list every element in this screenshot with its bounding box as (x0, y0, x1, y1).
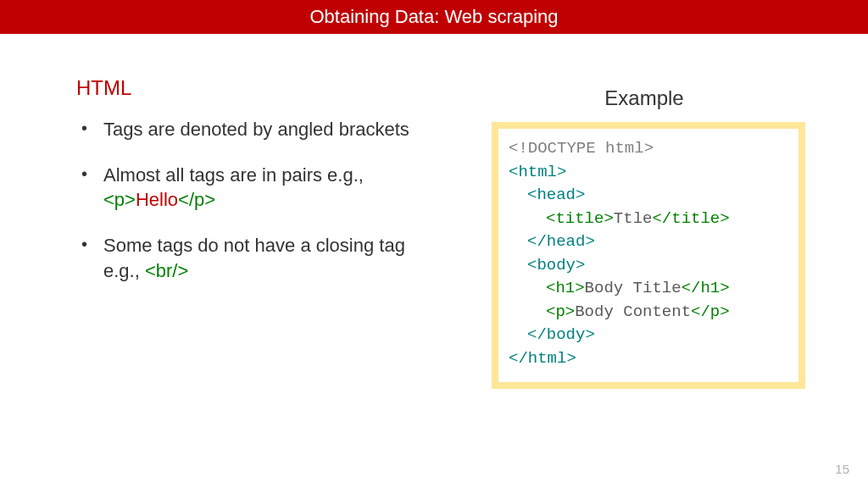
code-p-line: <p>Body Content</p> (509, 301, 730, 324)
code-body-close: </body> (509, 324, 595, 347)
code-doctype: <!DOCTYPE html> (509, 139, 654, 158)
code-h1-close: </h1> (682, 279, 730, 297)
bullet-text: Tags are denoted by angled brackets (103, 119, 409, 140)
code-line: </body> (509, 324, 788, 347)
bullet-item-1: Tags are denoted by angled brackets (76, 117, 415, 142)
right-column: Example <!DOCTYPE html> <html> <head> <t… (441, 76, 848, 389)
code-head-close: </head> (509, 230, 595, 254)
code-h1-open: <h1> (546, 279, 585, 297)
code-line: <h1>Body Title</h1> (509, 277, 788, 301)
page-number: 15 (835, 462, 849, 476)
inline-tag-self-close: <br/> (145, 260, 188, 281)
bullet-item-3: Some tags do not have a closing tag e.g.… (76, 233, 415, 283)
code-html-open: <html> (509, 163, 566, 181)
slide-content: HTML Tags are denoted by angled brackets… (0, 34, 868, 389)
inline-tag-close: </p> (178, 189, 215, 210)
code-title-open: <title> (546, 209, 614, 228)
code-h1-line: <h1>Body Title</h1> (509, 277, 730, 301)
slide-title: Obtaining Data: Web scraping (309, 6, 558, 28)
bullet-text-prefix: Almost all tags are in pairs e.g., (103, 164, 364, 186)
code-line: </head> (509, 230, 788, 254)
code-line: <!DOCTYPE html> (509, 137, 788, 161)
inline-tag-content: Hello (136, 189, 178, 210)
code-example-box: <!DOCTYPE html> <html> <head> <title>Ttl… (492, 122, 805, 389)
code-line: <html> (509, 161, 788, 185)
slide-header: Obtaining Data: Web scraping (0, 0, 868, 34)
code-p-text: Body Content (575, 302, 691, 321)
bullet-list: Tags are denoted by angled brackets Almo… (76, 117, 415, 283)
code-p-close: </p> (691, 302, 730, 321)
code-line: <head> (509, 184, 788, 208)
code-line: <title>Ttle</title> (509, 208, 788, 231)
inline-tag-open: <p> (103, 189, 136, 210)
section-heading: HTML (76, 76, 415, 100)
example-heading: Example (492, 86, 797, 110)
code-line: </html> (509, 347, 788, 371)
code-p-open: <p> (546, 302, 575, 321)
bullet-item-2: Almost all tags are in pairs e.g., <p>He… (76, 163, 415, 213)
left-column: HTML Tags are denoted by angled brackets… (0, 76, 441, 389)
code-body-open: <body> (509, 254, 585, 278)
code-line: <p>Body Content</p> (509, 301, 788, 324)
code-html-close: </html> (509, 349, 576, 368)
code-h1-text: Body Title (585, 279, 682, 297)
code-head-open: <head> (509, 184, 585, 208)
code-title-line: <title>Ttle</title> (509, 208, 730, 231)
code-title-close: </title> (652, 209, 729, 228)
code-title-text: Ttle (614, 209, 653, 228)
code-line: <body> (509, 254, 788, 278)
